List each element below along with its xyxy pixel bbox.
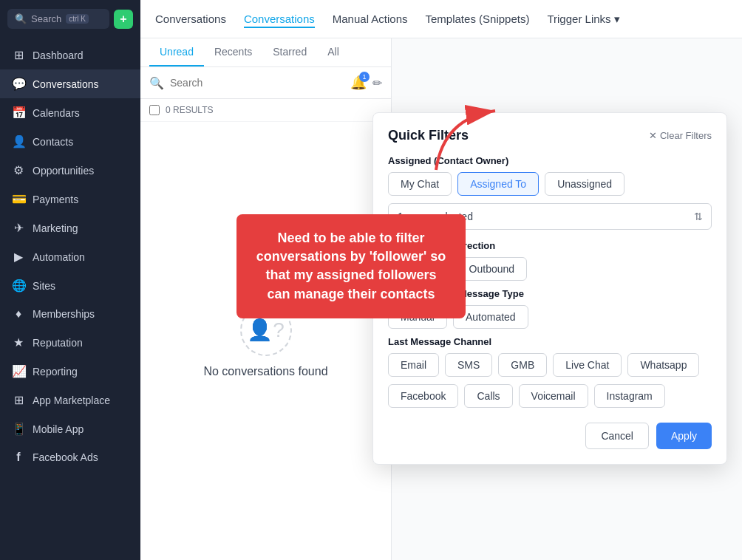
reporting-icon: 📈 <box>12 364 25 378</box>
marketing-icon: ✈ <box>12 221 25 235</box>
quick-filters-panel: Quick Filters ✕ Clear Filters Assigned (… <box>372 112 727 465</box>
assigned-label: Assigned (Contact Owner) <box>388 155 712 166</box>
users-selected-dropdown[interactable]: 1 users selected <box>388 203 712 230</box>
btn-unassigned[interactable]: Unassigned <box>545 172 624 196</box>
sidebar-item-label: Dashboard <box>33 49 84 61</box>
opportunities-icon: ⚙ <box>12 163 25 177</box>
tab-starred[interactable]: Starred <box>262 38 317 66</box>
btn-inbound[interactable]: Inbound <box>388 257 451 281</box>
edit-icon: ✏ <box>372 77 382 89</box>
btn-my-chat[interactable]: My Chat <box>388 172 452 196</box>
tab-all[interactable]: All <box>317 38 350 66</box>
person-question-icon: 👤? <box>247 318 285 342</box>
no-results-area: 👤? No conversations found <box>140 122 391 560</box>
top-nav-trigger-links[interactable]: Trigger Links <box>547 10 619 29</box>
conv-search-bar: 🔍 🔔 1 ✏ <box>140 67 391 99</box>
x-icon: ✕ <box>649 130 657 141</box>
sites-icon: 🌐 <box>12 279 25 293</box>
sidebar-item-app-marketplace[interactable]: ⊞ App Marketplace <box>0 386 140 414</box>
btn-sms[interactable]: SMS <box>445 353 492 377</box>
memberships-icon: ♦ <box>12 307 25 321</box>
clear-filters-label: Clear Filters <box>660 130 712 141</box>
outbound-type-label: Last Outbound Message Type <box>388 288 712 299</box>
tab-unread[interactable]: Unread <box>149 38 204 66</box>
results-count: 0 RESULTS <box>166 105 213 115</box>
top-nav-templates[interactable]: Templates (Snippets) <box>426 10 530 28</box>
direction-label: Last Message Direction <box>388 240 712 251</box>
channel-btn-group-row1: Email SMS GMB Live Chat Whatsapp <box>388 353 712 377</box>
sidebar-item-label: Reporting <box>33 366 78 378</box>
sidebar-item-calendars[interactable]: 📅 Calendars <box>0 98 140 127</box>
sidebar-item-label: App Marketplace <box>33 395 110 406</box>
top-nav-conversations-active[interactable]: Conversations <box>244 10 315 28</box>
sidebar-search-box[interactable]: 🔍 Search ctrl K <box>7 9 109 29</box>
search-icon: 🔍 <box>149 76 164 90</box>
sidebar-item-sites[interactable]: 🌐 Sites <box>0 271 140 300</box>
search-icon: 🔍 <box>15 13 27 24</box>
content-area: Unread Recents Starred All 🔍 🔔 1 ✏ <box>140 38 742 560</box>
conv-search-input[interactable] <box>170 77 344 89</box>
sidebar-item-label: Contacts <box>33 136 73 148</box>
btn-calls[interactable]: Calls <box>464 384 512 408</box>
filter-button[interactable]: 🔔 1 <box>350 75 367 91</box>
add-button[interactable]: + <box>114 10 133 29</box>
clear-filters-button[interactable]: ✕ Clear Filters <box>649 130 712 141</box>
sidebar-item-label: Automation <box>33 251 85 263</box>
dashboard-icon: ⊞ <box>12 48 25 62</box>
btn-live-chat[interactable]: Live Chat <box>553 353 622 377</box>
cancel-button[interactable]: Cancel <box>585 423 649 449</box>
btn-manual[interactable]: Manual <box>388 305 447 329</box>
sidebar-nav: ⊞ Dashboard 💬 Conversations 📅 Calendars … <box>0 38 140 560</box>
facebook-ads-icon: f <box>12 451 25 464</box>
sidebar-item-facebook-ads[interactable]: f Facebook Ads <box>0 443 140 471</box>
sidebar-item-payments[interactable]: 💳 Payments <box>0 185 140 214</box>
tab-recents[interactable]: Recents <box>204 38 262 66</box>
sidebar-item-opportunities[interactable]: ⚙ Opportunities <box>0 156 140 185</box>
btn-email[interactable]: Email <box>388 353 439 377</box>
sidebar-search-area: 🔍 Search ctrl K + <box>0 0 140 38</box>
sidebar-item-conversations[interactable]: 💬 Conversations <box>0 69 140 98</box>
qf-footer: Cancel Apply <box>388 423 712 449</box>
sidebar-item-label: Payments <box>33 194 78 205</box>
sidebar-item-reporting[interactable]: 📈 Reporting <box>0 357 140 386</box>
sidebar-item-reputation[interactable]: ★ Reputation <box>0 328 140 357</box>
app-marketplace-icon: ⊞ <box>12 393 25 407</box>
sidebar-item-label: Facebook Ads <box>33 451 98 463</box>
btn-automated[interactable]: Automated <box>453 305 528 329</box>
calendars-icon: 📅 <box>12 106 25 120</box>
btn-assigned-to[interactable]: Assigned To <box>457 172 539 196</box>
sidebar-item-marketing[interactable]: ✈ Marketing <box>0 214 140 242</box>
sidebar-item-memberships[interactable]: ♦ Memberships <box>0 300 140 328</box>
btn-whatsapp[interactable]: Whatsapp <box>627 353 699 377</box>
top-nav-conversations-static[interactable]: Conversations <box>155 10 226 28</box>
sidebar-item-label: Sites <box>33 280 55 292</box>
sidebar-item-contacts[interactable]: 👤 Contacts <box>0 127 140 156</box>
sidebar-item-automation[interactable]: ▶ Automation <box>0 242 140 271</box>
btn-outbound[interactable]: Outbound <box>457 257 528 281</box>
main-area: Conversations Conversations Manual Actio… <box>140 0 742 560</box>
btn-instagram[interactable]: Instagram <box>594 384 665 408</box>
sidebar-item-label: Calendars <box>33 107 80 119</box>
conversations-panel: Unread Recents Starred All 🔍 🔔 1 ✏ <box>140 38 392 560</box>
qf-header: Quick Filters ✕ Clear Filters <box>388 128 712 143</box>
mobile-app-icon: 📱 <box>12 422 25 436</box>
select-all-checkbox[interactable] <box>149 105 160 115</box>
apply-button[interactable]: Apply <box>656 423 712 449</box>
sidebar-item-dashboard[interactable]: ⊞ Dashboard <box>0 41 140 69</box>
top-nav-manual-actions[interactable]: Manual Actions <box>333 10 408 28</box>
contacts-icon: 👤 <box>12 134 25 148</box>
btn-facebook[interactable]: Facebook <box>388 384 458 408</box>
btn-voicemail[interactable]: Voicemail <box>519 384 588 408</box>
sidebar-item-label: Marketing <box>33 222 78 234</box>
payments-icon: 💳 <box>12 192 25 206</box>
conversations-icon: 💬 <box>12 77 25 91</box>
channel-btn-group-row2: Facebook Calls Voicemail Instagram <box>388 384 712 408</box>
top-nav: Conversations Conversations Manual Actio… <box>140 0 742 38</box>
sidebar-item-label: Opportunities <box>33 165 94 177</box>
edit-button[interactable]: ✏ <box>372 76 382 90</box>
sidebar: 🔍 Search ctrl K + ⊞ Dashboard 💬 Conversa… <box>0 0 140 560</box>
no-results-text: No conversations found <box>203 365 327 378</box>
btn-gmb[interactable]: GMB <box>498 353 547 377</box>
sidebar-item-mobile-app[interactable]: 📱 Mobile App <box>0 414 140 443</box>
users-selected-dropdown-wrapper: 1 users selected ⇅ <box>388 203 712 230</box>
